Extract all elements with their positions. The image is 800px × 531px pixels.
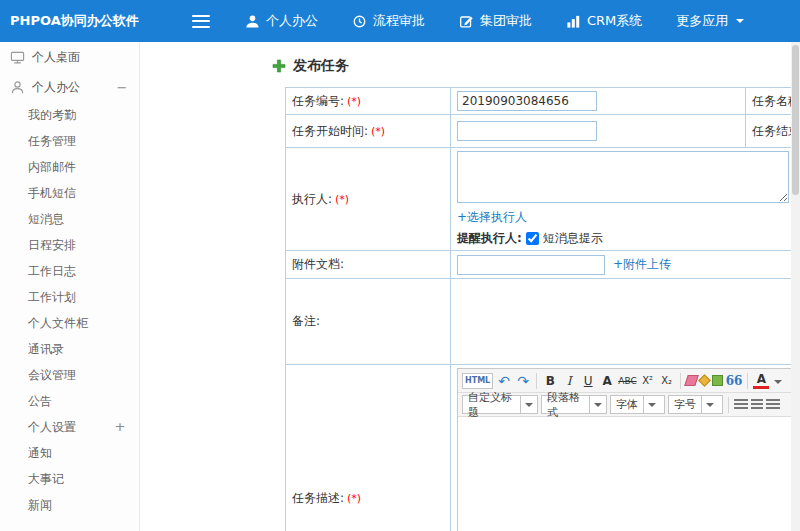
superscript-button[interactable]: X² xyxy=(640,372,656,390)
dropdown-label: 字号 xyxy=(674,397,696,412)
value-cell xyxy=(451,279,800,365)
chevron-down-icon xyxy=(594,403,602,411)
sidebar-item-label: 个人办公 xyxy=(32,79,108,96)
sms-remind-label: 短消息提示 xyxy=(543,230,603,247)
form-row-description: 任务描述:(*) HTML ↶ ↷ B I U A ABC X² xyxy=(286,365,800,531)
toolbar-separator xyxy=(680,373,681,389)
value-cell: HTML ↶ ↷ B I U A ABC X² X₂ xyxy=(451,365,800,531)
bold-button[interactable]: B xyxy=(542,372,558,390)
desktop-icon xyxy=(10,50,25,65)
sidebar-item-meeting[interactable]: 会议管理 xyxy=(0,362,139,388)
vertical-scrollbar[interactable] xyxy=(791,42,800,531)
expand-icon[interactable]: + xyxy=(113,414,127,440)
sidebar-item-settings[interactable]: 个人设置 + xyxy=(0,414,139,440)
label-cell: 执行人:(*) xyxy=(286,148,451,251)
nav-label: 个人办公 xyxy=(266,12,318,30)
start-time-input[interactable] xyxy=(457,121,597,141)
top-nav: 个人办公 流程审批 集团审批 CRM系统 更多应用 xyxy=(228,0,761,42)
sidebar-item-desktop[interactable]: 个人桌面 xyxy=(0,42,139,72)
align-right-icon[interactable] xyxy=(766,399,780,410)
person-icon xyxy=(10,80,25,95)
font-family-dropdown[interactable]: 字体 xyxy=(610,395,665,414)
redo-icon[interactable]: ↷ xyxy=(515,372,531,390)
paragraph-format-dropdown[interactable]: 段落格式 xyxy=(541,395,607,414)
sidebar-item-schedule[interactable]: 日程安排 xyxy=(0,232,139,258)
align-left-icon[interactable] xyxy=(734,399,748,410)
value-cell xyxy=(451,115,746,148)
dropdown-label: 字体 xyxy=(616,397,638,412)
hamburger-menu-icon[interactable] xyxy=(192,15,210,28)
choose-executor-link[interactable]: +选择执行人 xyxy=(457,210,527,224)
strikethrough-button[interactable]: ABC xyxy=(618,372,636,390)
toolbar-separator xyxy=(536,373,537,389)
sidebar-item-personal-office[interactable]: 个人办公 − xyxy=(0,72,139,102)
form-row-task-number: 任务编号:(*) 任务名称:(*) xyxy=(286,88,800,115)
top-navbar: PHPOA协同办公软件 个人办公 流程审批 集团审批 xyxy=(0,0,800,42)
app-logo[interactable]: PHPOA协同办公软件 xyxy=(0,12,150,30)
sidebar-item-short-message[interactable]: 短消息 xyxy=(0,206,139,232)
label-cell: 任务编号:(*) xyxy=(286,88,451,115)
dropdown-label: 段落格式 xyxy=(547,390,584,420)
nav-process-approval[interactable]: 流程审批 xyxy=(335,0,442,42)
remark-textarea[interactable] xyxy=(457,282,800,358)
executor-textarea[interactable] xyxy=(457,151,789,203)
sidebar-item-task-management[interactable]: 任务管理 xyxy=(0,128,139,154)
sidebar-item-work-plan[interactable]: 工作计划 xyxy=(0,284,139,310)
form-row-attachment: 附件文档: +附件上传 xyxy=(286,251,800,279)
font-button[interactable]: A xyxy=(599,372,615,390)
value-cell: +附件上传 xyxy=(451,251,800,279)
sms-remind-checkbox[interactable] xyxy=(526,232,539,245)
attachment-input[interactable] xyxy=(457,255,605,275)
publish-task-form: 任务编号:(*) 任务名称:(*) 任务开始时间:(*) 任务结束时间:(*) xyxy=(285,87,800,531)
align-center-icon[interactable] xyxy=(751,399,763,410)
sidebar-item-work-log[interactable]: 工作日志 xyxy=(0,258,139,284)
nav-label: 更多应用 xyxy=(676,12,728,30)
person-icon xyxy=(245,14,260,29)
sidebar-item-news[interactable]: 新闻 xyxy=(0,492,139,518)
sidebar-item-contacts[interactable]: 通讯录 xyxy=(0,336,139,362)
sidebar-item-notice[interactable]: 通知 xyxy=(0,440,139,466)
main-content: 发布任务 任务编号:(*) 任务名称:(*) 任务开始时间:(*) xyxy=(140,42,800,531)
sidebar-item-attendance[interactable]: 我的考勤 xyxy=(0,102,139,128)
task-number-input[interactable] xyxy=(457,91,597,111)
blockquote-button[interactable]: 66 xyxy=(726,372,743,390)
remark-label: 备注: xyxy=(292,314,320,328)
form-row-remark: 备注: xyxy=(286,279,800,365)
label-cell: 任务开始时间:(*) xyxy=(286,115,451,148)
task-number-label: 任务编号: xyxy=(292,94,344,108)
font-size-dropdown[interactable]: 字号 xyxy=(668,395,723,414)
sidebar-item-file-cabinet[interactable]: 个人文件柜 xyxy=(0,310,139,336)
sidebar-item-events[interactable]: 大事记 xyxy=(0,466,139,492)
font-color-button[interactable]: A xyxy=(753,372,769,389)
paint-icon[interactable] xyxy=(712,375,723,386)
eraser-icon[interactable] xyxy=(684,375,699,386)
italic-button[interactable]: I xyxy=(561,372,577,390)
custom-heading-dropdown[interactable]: 自定义标题 xyxy=(462,395,538,414)
editor-content-area[interactable] xyxy=(458,417,792,531)
nav-personal-office[interactable]: 个人办公 xyxy=(228,0,335,42)
chevron-down-icon[interactable] xyxy=(774,380,782,388)
nav-label: 流程审批 xyxy=(373,12,425,30)
undo-icon[interactable]: ↶ xyxy=(496,372,512,390)
nav-label: 集团审批 xyxy=(480,12,532,30)
nav-more-apps[interactable]: 更多应用 xyxy=(659,0,761,42)
nav-group-approval[interactable]: 集团审批 xyxy=(442,0,549,42)
attachment-label: 附件文档: xyxy=(292,257,344,271)
editor-toolbar-row2: 自定义标题 段落格式 字体 字号 xyxy=(458,393,792,417)
scrollbar-thumb[interactable] xyxy=(792,45,799,195)
sidebar-item-label: 个人桌面 xyxy=(32,49,129,66)
toolbar-separator xyxy=(747,373,748,389)
chevron-down-icon xyxy=(736,19,744,27)
add-icon xyxy=(272,59,286,73)
html-source-button[interactable]: HTML xyxy=(462,373,493,389)
sidebar-item-announcement[interactable]: 公告 xyxy=(0,388,139,414)
attachment-upload-link[interactable]: +附件上传 xyxy=(613,256,671,273)
required-mark: (*) xyxy=(347,95,361,108)
nav-crm-system[interactable]: CRM系统 xyxy=(549,0,659,42)
underline-button[interactable]: U xyxy=(580,372,596,390)
collapse-icon[interactable]: − xyxy=(115,80,129,95)
sidebar-item-sms[interactable]: 手机短信 xyxy=(0,180,139,206)
subscript-button[interactable]: X₂ xyxy=(659,372,675,390)
sidebar-item-internal-mail[interactable]: 内部邮件 xyxy=(0,154,139,180)
format-brush-icon[interactable] xyxy=(698,374,711,387)
